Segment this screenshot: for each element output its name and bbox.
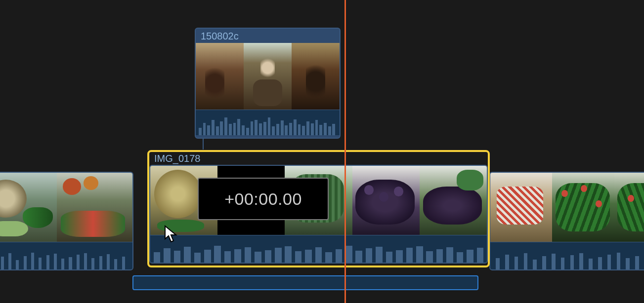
- thumbnail-frame: [490, 173, 552, 242]
- connected-clip-title: 150802c: [196, 29, 340, 43]
- thumbnail-frame: [196, 43, 244, 110]
- thumbnail-frame: [0, 173, 57, 242]
- thumbnail-frame: [552, 173, 614, 242]
- clip-connector: [203, 139, 204, 150]
- timeline-clip-left[interactable]: [0, 172, 133, 270]
- audio-waveform: [0, 242, 132, 269]
- audio-waveform: [196, 110, 340, 135]
- playhead[interactable]: [344, 0, 346, 303]
- thumbnail-frame: [614, 173, 644, 242]
- clip-filmstrip: [0, 173, 132, 242]
- selected-clip-title: IMG_0178: [149, 152, 488, 164]
- connected-clip-filmstrip: [196, 43, 340, 110]
- thumbnail-frame: [57, 173, 132, 242]
- audio-waveform: [490, 242, 644, 269]
- thumbnail-frame: [292, 43, 340, 110]
- timecode-delta-overlay: +00:00.00: [198, 178, 329, 220]
- clip-filmstrip: [490, 173, 644, 242]
- slip-edit-track[interactable]: [132, 275, 478, 290]
- connected-clip[interactable]: 150802c: [195, 28, 341, 139]
- thumbnail-frame: [244, 43, 292, 110]
- timeline-clip-right[interactable]: IMG_0297: [489, 172, 644, 270]
